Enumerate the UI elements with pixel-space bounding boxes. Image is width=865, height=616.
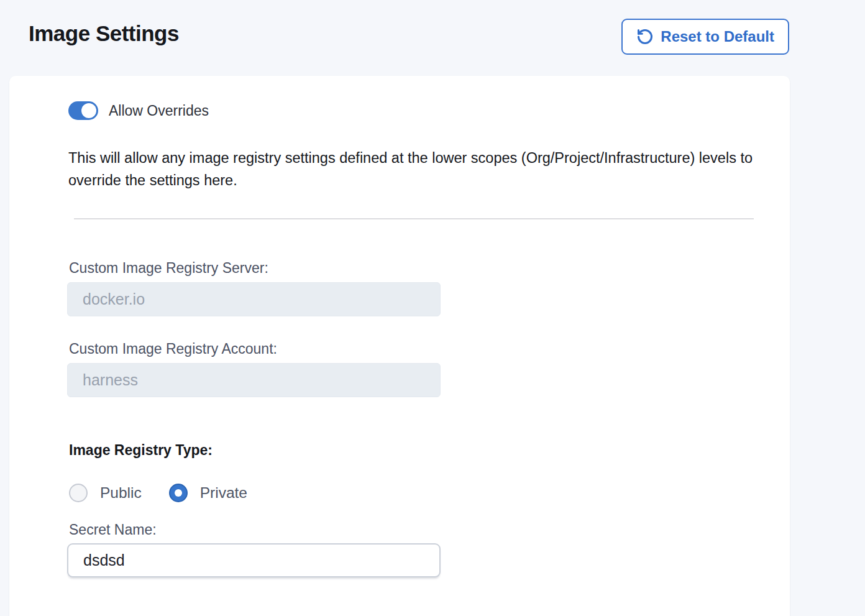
secret-name-input[interactable] [67,543,441,577]
radio-option-private[interactable]: Private [169,484,247,502]
toggle-knob [81,103,96,118]
radio-private-label: Private [200,484,247,502]
registry-account-input[interactable] [67,363,441,397]
registry-account-label: Custom Image Registry Account: [69,341,277,357]
radio-public-label: Public [100,484,142,502]
registry-type-label: Image Registry Type: [69,442,213,459]
reset-button-label: Reset to Default [661,28,774,45]
allow-overrides-label: Allow Overrides [109,103,209,119]
registry-server-input[interactable] [67,282,441,316]
image-settings-card: Allow Overrides This will allow any imag… [9,76,790,616]
page-title: Image Settings [29,21,179,46]
reset-to-default-button[interactable]: Reset to Default [621,19,789,55]
allow-overrides-row: Allow Overrides [68,101,209,120]
section-divider [74,218,754,219]
registry-server-label: Custom Image Registry Server: [69,260,268,277]
radio-circle-unselected-icon [69,484,88,502]
registry-type-radio-group: Public Private [69,484,247,502]
reset-icon [636,28,654,45]
radio-circle-selected-icon [169,484,188,502]
overrides-description: This will allow any image registry setti… [68,147,761,191]
radio-option-public[interactable]: Public [69,484,142,502]
secret-name-label: Secret Name: [69,522,157,538]
allow-overrides-toggle[interactable] [68,101,98,120]
